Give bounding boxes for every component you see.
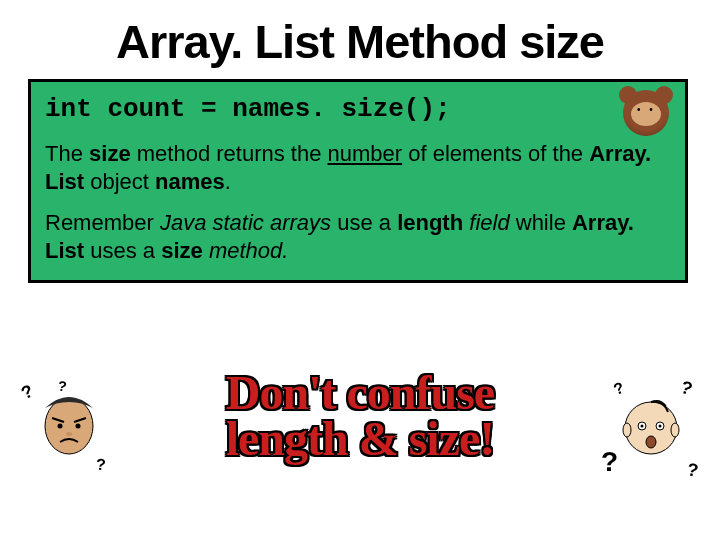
content-box: int count = names. size(); The size meth… <box>28 79 688 283</box>
bold-size2: size <box>161 238 203 263</box>
bold-size: size <box>89 141 131 166</box>
text: use a <box>331 210 397 235</box>
angry-face-icon <box>34 388 104 458</box>
svg-point-3 <box>66 432 72 436</box>
svg-point-1 <box>58 424 63 429</box>
confused-face-icon <box>616 390 686 460</box>
slide: Array. List Method size int count = name… <box>0 0 720 540</box>
italic-field: field <box>469 210 509 235</box>
bold-length: length <box>397 210 463 235</box>
italic-jsa: Java static arrays <box>160 210 331 235</box>
code-line: int count = names. size(); <box>45 94 671 124</box>
underline-number: number <box>328 141 403 166</box>
svg-point-0 <box>45 398 93 454</box>
text: of elements of the <box>402 141 589 166</box>
text: Remember <box>45 210 160 235</box>
question-mark-icon: ? <box>601 446 618 478</box>
svg-point-10 <box>623 423 631 437</box>
text: method returns the <box>131 141 328 166</box>
slide-title: Array. List Method size <box>28 14 692 69</box>
svg-point-6 <box>641 425 644 428</box>
text: while <box>510 210 572 235</box>
svg-point-9 <box>646 436 656 448</box>
svg-point-11 <box>671 423 679 437</box>
monkey-icon <box>623 90 669 136</box>
warning-line-1: Don't confuse <box>0 370 720 416</box>
paragraph-1: The size method returns the number of el… <box>45 140 671 195</box>
question-mark-icon: ? <box>95 456 106 475</box>
svg-point-8 <box>659 425 662 428</box>
text: The <box>45 141 89 166</box>
question-mark-icon: ? <box>685 459 699 482</box>
svg-point-2 <box>76 424 81 429</box>
text: uses a <box>84 238 161 263</box>
paragraph-2: Remember Java static arrays use a length… <box>45 209 671 264</box>
text: object <box>84 169 155 194</box>
bold-names: names <box>155 169 225 194</box>
italic-method: method. <box>209 238 289 263</box>
text: . <box>225 169 231 194</box>
